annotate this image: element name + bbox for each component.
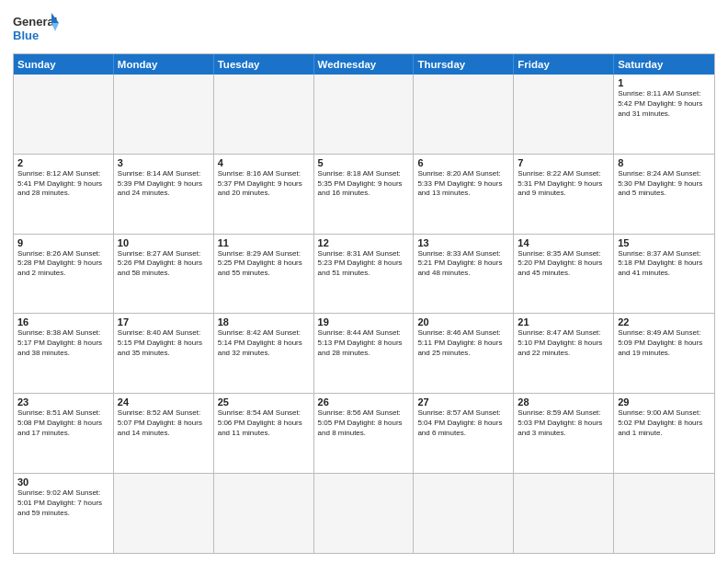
calendar-row-4: 23Sunrise: 8:51 AM Sunset: 5:08 PM Dayli… (14, 394, 714, 474)
calendar-cell-2-1: 10Sunrise: 8:27 AM Sunset: 5:26 PM Dayli… (114, 235, 214, 314)
day-info: Sunrise: 8:51 AM Sunset: 5:08 PM Dayligh… (17, 408, 109, 438)
day-info: Sunrise: 8:11 AM Sunset: 5:42 PM Dayligh… (618, 89, 711, 119)
calendar-row-1: 2Sunrise: 8:12 AM Sunset: 5:41 PM Daylig… (14, 155, 714, 235)
day-info: Sunrise: 8:26 AM Sunset: 5:28 PM Dayligh… (17, 249, 109, 279)
calendar-cell-2-2: 11Sunrise: 8:29 AM Sunset: 5:25 PM Dayli… (214, 235, 314, 314)
day-number: 2 (17, 157, 109, 168)
calendar-cell-5-4 (414, 474, 514, 553)
calendar-cell-3-4: 20Sunrise: 8:46 AM Sunset: 5:11 PM Dayli… (414, 314, 514, 393)
calendar-cell-2-5: 14Sunrise: 8:35 AM Sunset: 5:20 PM Dayli… (514, 235, 614, 314)
calendar-cell-4-6: 29Sunrise: 9:00 AM Sunset: 5:02 PM Dayli… (614, 394, 714, 473)
calendar-cell-1-3: 5Sunrise: 8:18 AM Sunset: 5:35 PM Daylig… (314, 155, 415, 234)
calendar-body: 1Sunrise: 8:11 AM Sunset: 5:42 PM Daylig… (14, 75, 714, 553)
day-number: 28 (518, 396, 609, 408)
day-number: 15 (618, 237, 711, 248)
calendar-cell-4-3: 26Sunrise: 8:56 AM Sunset: 5:05 PM Dayli… (314, 394, 415, 473)
day-number: 4 (218, 157, 310, 168)
day-number: 17 (118, 316, 210, 327)
day-number: 6 (417, 157, 509, 168)
calendar-cell-0-3 (314, 75, 415, 154)
day-info: Sunrise: 8:40 AM Sunset: 5:15 PM Dayligh… (118, 328, 210, 358)
day-number: 16 (17, 316, 109, 327)
day-info: Sunrise: 8:20 AM Sunset: 5:33 PM Dayligh… (417, 169, 509, 199)
calendar-cell-3-0: 16Sunrise: 8:38 AM Sunset: 5:17 PM Dayli… (14, 314, 114, 393)
calendar-cell-0-1 (114, 75, 214, 154)
day-number: 14 (518, 237, 609, 248)
calendar-row-2: 9Sunrise: 8:26 AM Sunset: 5:28 PM Daylig… (14, 235, 714, 315)
calendar-cell-5-6 (614, 474, 714, 553)
day-info: Sunrise: 9:02 AM Sunset: 5:01 PM Dayligh… (17, 488, 109, 518)
calendar-cell-5-2 (214, 474, 314, 553)
logo: General Blue (13, 9, 59, 48)
day-number: 7 (518, 157, 609, 168)
day-number: 23 (17, 396, 109, 408)
day-info: Sunrise: 8:35 AM Sunset: 5:20 PM Dayligh… (518, 249, 609, 279)
calendar-cell-1-4: 6Sunrise: 8:20 AM Sunset: 5:33 PM Daylig… (414, 155, 514, 234)
calendar-cell-3-2: 18Sunrise: 8:42 AM Sunset: 5:14 PM Dayli… (214, 314, 314, 393)
calendar-cell-1-5: 7Sunrise: 8:22 AM Sunset: 5:31 PM Daylig… (514, 155, 614, 234)
calendar-cell-0-5 (514, 75, 614, 154)
calendar-cell-1-6: 8Sunrise: 8:24 AM Sunset: 5:30 PM Daylig… (614, 155, 714, 234)
calendar-cell-2-0: 9Sunrise: 8:26 AM Sunset: 5:28 PM Daylig… (14, 235, 114, 314)
day-number: 11 (218, 237, 310, 248)
logo-svg: General Blue (13, 9, 59, 48)
day-info: Sunrise: 8:12 AM Sunset: 5:41 PM Dayligh… (17, 169, 109, 199)
day-info: Sunrise: 8:31 AM Sunset: 5:23 PM Dayligh… (318, 249, 410, 279)
day-number: 18 (218, 316, 310, 327)
calendar: SundayMondayTuesdayWednesdayThursdayFrid… (13, 53, 715, 554)
day-number: 9 (17, 237, 109, 248)
day-info: Sunrise: 8:27 AM Sunset: 5:26 PM Dayligh… (118, 249, 210, 279)
calendar-row-5: 30Sunrise: 9:02 AM Sunset: 5:01 PM Dayli… (14, 474, 714, 553)
svg-text:Blue: Blue (13, 29, 39, 42)
day-number: 26 (318, 396, 410, 408)
calendar-cell-5-0: 30Sunrise: 9:02 AM Sunset: 5:01 PM Dayli… (14, 474, 114, 553)
day-number: 3 (118, 157, 210, 168)
day-info: Sunrise: 8:47 AM Sunset: 5:10 PM Dayligh… (518, 328, 609, 358)
day-number: 24 (118, 396, 210, 408)
day-number: 13 (417, 237, 509, 248)
day-number: 5 (318, 157, 410, 168)
day-info: Sunrise: 8:57 AM Sunset: 5:04 PM Dayligh… (417, 408, 509, 438)
calendar-cell-4-5: 28Sunrise: 8:59 AM Sunset: 5:03 PM Dayli… (514, 394, 614, 473)
day-number: 27 (417, 396, 509, 408)
day-number: 12 (318, 237, 410, 248)
calendar-cell-1-2: 4Sunrise: 8:16 AM Sunset: 5:37 PM Daylig… (214, 155, 314, 234)
day-number: 20 (417, 316, 509, 327)
calendar-cell-0-6: 1Sunrise: 8:11 AM Sunset: 5:42 PM Daylig… (614, 75, 714, 154)
day-info: Sunrise: 8:24 AM Sunset: 5:30 PM Dayligh… (618, 169, 711, 199)
day-number: 10 (118, 237, 210, 248)
day-number: 19 (318, 316, 410, 327)
calendar-cell-0-4 (414, 75, 514, 154)
calendar-cell-3-3: 19Sunrise: 8:44 AM Sunset: 5:13 PM Dayli… (314, 314, 415, 393)
day-info: Sunrise: 8:33 AM Sunset: 5:21 PM Dayligh… (417, 249, 509, 279)
day-number: 25 (218, 396, 310, 408)
calendar-cell-4-1: 24Sunrise: 8:52 AM Sunset: 5:07 PM Dayli… (114, 394, 214, 473)
calendar-cell-5-3 (314, 474, 415, 553)
calendar-cell-5-1 (114, 474, 214, 553)
weekday-header-wednesday: Wednesday (314, 54, 415, 75)
day-info: Sunrise: 8:38 AM Sunset: 5:17 PM Dayligh… (17, 328, 109, 358)
day-number: 30 (17, 477, 109, 488)
day-info: Sunrise: 8:37 AM Sunset: 5:18 PM Dayligh… (618, 249, 711, 279)
weekday-header-friday: Friday (514, 54, 614, 75)
calendar-cell-0-0 (14, 75, 114, 154)
calendar-cell-1-0: 2Sunrise: 8:12 AM Sunset: 5:41 PM Daylig… (14, 155, 114, 234)
svg-text:General: General (13, 15, 57, 29)
day-info: Sunrise: 8:16 AM Sunset: 5:37 PM Dayligh… (218, 169, 310, 199)
calendar-cell-4-2: 25Sunrise: 8:54 AM Sunset: 5:06 PM Dayli… (214, 394, 314, 473)
calendar-cell-3-1: 17Sunrise: 8:40 AM Sunset: 5:15 PM Dayli… (114, 314, 214, 393)
day-info: Sunrise: 8:42 AM Sunset: 5:14 PM Dayligh… (218, 328, 310, 358)
header: General Blue (13, 9, 715, 48)
calendar-cell-2-6: 15Sunrise: 8:37 AM Sunset: 5:18 PM Dayli… (614, 235, 714, 314)
calendar-cell-3-6: 22Sunrise: 8:49 AM Sunset: 5:09 PM Dayli… (614, 314, 714, 393)
day-info: Sunrise: 8:56 AM Sunset: 5:05 PM Dayligh… (318, 408, 410, 438)
calendar-cell-1-1: 3Sunrise: 8:14 AM Sunset: 5:39 PM Daylig… (114, 155, 214, 234)
calendar-header-row: SundayMondayTuesdayWednesdayThursdayFrid… (14, 54, 714, 75)
day-number: 8 (618, 157, 711, 168)
calendar-row-0: 1Sunrise: 8:11 AM Sunset: 5:42 PM Daylig… (14, 75, 714, 155)
calendar-cell-4-4: 27Sunrise: 8:57 AM Sunset: 5:04 PM Dayli… (414, 394, 514, 473)
day-info: Sunrise: 8:54 AM Sunset: 5:06 PM Dayligh… (218, 408, 310, 438)
calendar-row-3: 16Sunrise: 8:38 AM Sunset: 5:17 PM Dayli… (14, 314, 714, 394)
day-number: 1 (618, 77, 711, 88)
weekday-header-thursday: Thursday (414, 54, 514, 75)
